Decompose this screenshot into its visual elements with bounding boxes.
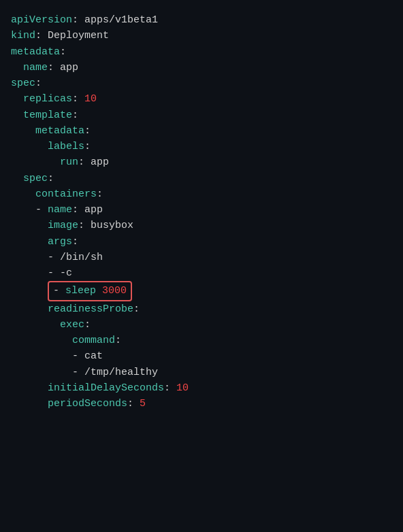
dash-symbol: -: [48, 250, 60, 265]
code-line: periodSeconds: 5: [11, 396, 392, 412]
dash-value-text: /tmp/healthy: [84, 365, 158, 380]
code-line: - sleep 3000: [11, 281, 392, 301]
yaml-sep: :: [35, 76, 42, 91]
yaml-value: app: [60, 60, 78, 76]
sleep-value: 3000: [102, 283, 127, 299]
yaml-key: exec: [60, 317, 84, 333]
yaml-sep: :: [97, 186, 103, 202]
indent-space: [11, 250, 48, 265]
indent-space: [11, 202, 35, 218]
indent-space: [11, 396, 48, 412]
dash-value-text: -c: [60, 265, 72, 281]
code-line: metadata:: [11, 44, 392, 60]
yaml-key: run: [60, 154, 78, 170]
yaml-key: labels: [48, 139, 84, 154]
yaml-key: spec: [23, 171, 48, 186]
indent-space: [11, 265, 48, 281]
dash-value-text: cat: [84, 348, 103, 364]
yaml-sep: :: [115, 333, 121, 348]
dash-symbol: -: [53, 283, 65, 299]
yaml-sep: :: [35, 28, 48, 44]
code-line: - /tmp/healthy: [11, 365, 392, 380]
yaml-sep: :: [72, 234, 78, 250]
yaml-value: busybox: [91, 218, 133, 233]
code-line: containers:: [11, 186, 392, 202]
indent-space: [11, 348, 72, 364]
dash-value-text: /bin/sh: [60, 250, 103, 265]
yaml-sep: :: [78, 218, 91, 233]
code-line: image: busybox: [11, 218, 392, 233]
code-line: initialDelaySeconds: 10: [11, 380, 392, 396]
code-line: kind: Deployment: [11, 28, 392, 44]
indent-space: [11, 107, 23, 123]
yaml-value: app: [91, 154, 109, 170]
yaml-sep: :: [72, 12, 84, 28]
indent-space: [11, 317, 60, 333]
indent-space: [11, 365, 72, 380]
yaml-sep: :: [84, 317, 91, 333]
dash-symbol: -: [48, 265, 60, 281]
code-line: - -c: [11, 265, 392, 281]
yaml-key: containers: [35, 186, 97, 202]
sleep-keyword: sleep: [65, 283, 96, 299]
yaml-sep: :: [133, 301, 140, 317]
yaml-key: name: [48, 202, 72, 218]
yaml-key: readinessProbe: [48, 301, 133, 317]
yaml-key: template: [23, 107, 72, 123]
indent-space: [11, 380, 48, 396]
dash-symbol: -: [72, 348, 84, 364]
indent-space: [11, 123, 35, 139]
code-line: exec:: [11, 317, 392, 333]
code-line: spec:: [11, 76, 392, 91]
yaml-key: args: [48, 234, 72, 250]
code-line: - name: app: [11, 202, 392, 218]
code-line: name: app: [11, 60, 392, 76]
code-line: args:: [11, 234, 392, 250]
code-line: run: app: [11, 154, 392, 170]
yaml-sep: :: [72, 202, 84, 218]
code-line: metadata:: [11, 123, 392, 139]
code-line: - /bin/sh: [11, 250, 392, 265]
yaml-sep: :: [48, 171, 54, 186]
code-line: apiVersion: apps/v1beta1: [11, 12, 392, 28]
yaml-value: 10: [84, 91, 97, 107]
code-line: replicas: 10: [11, 91, 392, 107]
code-line: labels:: [11, 139, 392, 154]
yaml-key: metadata: [11, 44, 60, 60]
yaml-sep: :: [48, 60, 60, 76]
indent-space: [11, 301, 48, 317]
indent-space: [11, 333, 72, 348]
indent-space: [11, 218, 48, 233]
yaml-value: Deployment: [48, 28, 109, 44]
yaml-key: command: [72, 333, 115, 348]
yaml-key: periodSeconds: [48, 396, 127, 412]
code-line: command:: [11, 333, 392, 348]
indent-space: [11, 60, 23, 76]
code-editor: apiVersion: apps/v1beta1kind: Deployment…: [11, 12, 392, 412]
highlighted-sleep-line: - sleep 3000: [48, 281, 132, 301]
yaml-key: apiVersion: [11, 12, 72, 28]
indent-space: [11, 91, 23, 107]
yaml-key: replicas: [23, 91, 72, 107]
yaml-key: metadata: [35, 123, 84, 139]
indent-space: [11, 283, 48, 299]
code-line: - cat: [11, 348, 392, 364]
yaml-key: name: [23, 60, 48, 76]
indent-space: [11, 139, 48, 154]
indent-space: [11, 234, 48, 250]
yaml-sep: :: [127, 396, 140, 412]
dash-symbol: -: [35, 202, 48, 218]
yaml-sep: :: [78, 154, 91, 170]
dash-symbol: -: [72, 365, 84, 380]
yaml-key: kind: [11, 28, 35, 44]
yaml-sep: :: [164, 380, 176, 396]
yaml-value: 10: [176, 380, 189, 396]
yaml-value: 5: [140, 396, 146, 412]
yaml-value: app: [84, 202, 103, 218]
yaml-sep: :: [60, 44, 66, 60]
yaml-sep: :: [84, 123, 91, 139]
yaml-sep: :: [84, 139, 91, 154]
indent-space: [11, 171, 23, 186]
code-line: readinessProbe:: [11, 301, 392, 317]
yaml-key: image: [48, 218, 78, 233]
